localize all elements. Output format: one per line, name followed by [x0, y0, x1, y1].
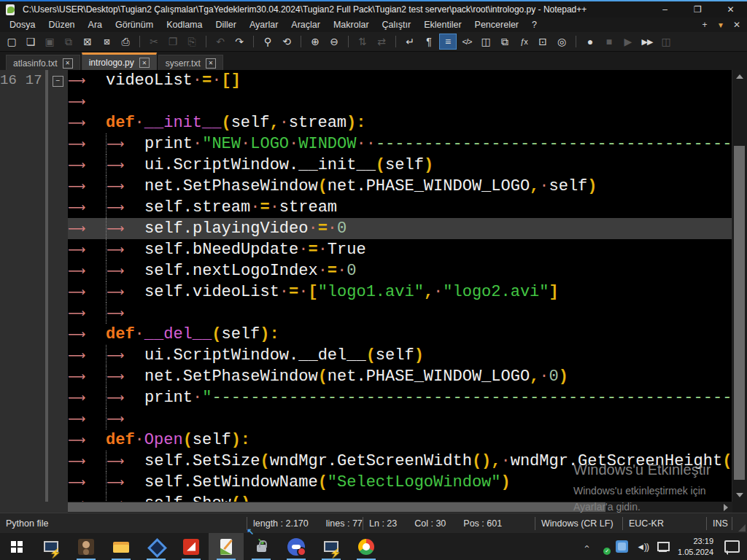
- play-macro-icon[interactable]: ▶: [619, 34, 637, 50]
- code-line-27[interactable]: ⟶⟶: [68, 303, 732, 324]
- horizontal-scrollbar[interactable]: [68, 502, 732, 513]
- menu-araçlar[interactable]: Araçlar: [285, 18, 327, 31]
- save-all-icon[interactable]: ⧉: [60, 34, 77, 50]
- paste-icon[interactable]: ⎘: [183, 34, 201, 50]
- code-line-24[interactable]: ⟶⟶self.bNeedUpdate·=·True: [68, 239, 732, 260]
- menu-çalıştır[interactable]: Çalıştır: [376, 18, 418, 31]
- code-line-25[interactable]: ⟶⟶self.nextLogoIndex·=·0: [68, 260, 732, 281]
- taskbar-remote-desktop[interactable]: [34, 533, 69, 560]
- code-line-36[interactable]: ⟶⟶self.Show(): [68, 493, 732, 502]
- code-line-19[interactable]: ⟶⟶print·"NEW·LOGO·WINDOW··--------------…: [68, 133, 732, 155]
- copy-icon[interactable]: ❐: [164, 34, 182, 50]
- vertical-scrollbar[interactable]: [732, 70, 747, 502]
- defender-shield-icon[interactable]: ✓: [595, 540, 608, 553]
- code-line-35[interactable]: ⟶⟶self.SetWindowName("SelectLogoWindow"): [68, 472, 732, 493]
- menu-makrolar[interactable]: Makrolar: [327, 18, 376, 31]
- menu-ayarlar[interactable]: Ayarlar: [243, 18, 285, 31]
- code-line-33[interactable]: ⟶def·Open(self):: [68, 429, 732, 451]
- status-encoding[interactable]: EUC-KR: [623, 513, 706, 533]
- new-file-icon[interactable]: ▢: [3, 34, 20, 50]
- document-list-icon[interactable]: ⧉: [496, 34, 514, 50]
- run-macro-multiple-icon[interactable]: ▶▶: [638, 34, 656, 50]
- code-line-28[interactable]: ⟶def·__del__(self):: [68, 324, 732, 345]
- sync-horizontal-icon[interactable]: ⇄: [373, 34, 390, 50]
- taskbar-game-character[interactable]: [69, 533, 104, 560]
- menu-diller[interactable]: Diller: [209, 18, 242, 31]
- save-icon[interactable]: ▣: [41, 34, 58, 50]
- taskbar-remote-desktop-2[interactable]: [314, 533, 349, 560]
- menu-kodlama[interactable]: Kodlama: [160, 18, 209, 31]
- menu-pencereler[interactable]: Pencereler: [468, 18, 525, 31]
- taskbar-chrome[interactable]: [349, 533, 384, 560]
- word-wrap-icon[interactable]: ↵: [401, 34, 419, 50]
- code-line-18[interactable]: ⟶def·__init__(self,·stream):: [68, 112, 732, 133]
- menu-görünüm[interactable]: Görünüm: [109, 18, 160, 31]
- menu-?[interactable]: ?: [525, 18, 543, 31]
- taskbar-clock[interactable]: 23:19 1.05.2024: [678, 536, 713, 557]
- code-tags-icon[interactable]: </>: [458, 34, 476, 50]
- code-line-21[interactable]: ⟶⟶net.SetPhaseWindow(net.PHASE_WINDOW_LO…: [68, 176, 732, 197]
- menu-eklentiler[interactable]: Eklentiler: [417, 18, 468, 31]
- tab-syserr.txt[interactable]: syserr.txt✕: [158, 55, 223, 71]
- cut-icon[interactable]: ✂: [145, 34, 163, 50]
- code-line-22[interactable]: ⟶⟶self.stream·=·stream: [68, 197, 732, 218]
- taskbar-file-transfer[interactable]: [244, 533, 279, 560]
- print-icon[interactable]: ⎙: [117, 34, 134, 50]
- code-line-29[interactable]: ⟶⟶ui.ScriptWindow.__del__(self): [68, 345, 732, 366]
- close-tab-icon[interactable]: ✕: [729, 18, 744, 31]
- taskbar-file-explorer[interactable]: [104, 533, 139, 560]
- taskbar-virtualbox[interactable]: [139, 533, 174, 560]
- horizontal-scrollbar-thumb[interactable]: [68, 502, 605, 512]
- zoom-out-icon[interactable]: ⊖: [325, 34, 343, 50]
- save-macro-icon[interactable]: ◫: [657, 34, 675, 50]
- find-icon[interactable]: ⚲: [259, 34, 276, 50]
- volume-icon[interactable]: ◄)): [636, 542, 649, 552]
- new-tab-icon[interactable]: +: [697, 18, 712, 31]
- taskbar-media-app[interactable]: [174, 533, 209, 560]
- open-file-icon[interactable]: ❏: [22, 34, 39, 50]
- code-line-31[interactable]: ⟶⟶print·"-------------------------------…: [68, 387, 732, 408]
- close-all-icon[interactable]: ⊠: [98, 34, 115, 50]
- tab-close-icon[interactable]: ✕: [206, 58, 216, 69]
- maximize-button[interactable]: ❐: [681, 1, 714, 18]
- start-button[interactable]: [0, 533, 34, 560]
- function-list-icon[interactable]: ƒx: [515, 34, 533, 50]
- stop-macro-icon[interactable]: ■: [600, 34, 618, 50]
- scroll-up-icon[interactable]: [732, 71, 746, 82]
- file-monitor-icon[interactable]: ◎: [553, 34, 570, 50]
- action-center-icon[interactable]: [724, 540, 740, 553]
- close-button[interactable]: ✕: [714, 1, 747, 18]
- tab-close-icon[interactable]: ✕: [63, 58, 73, 69]
- code-line-34[interactable]: ⟶⟶self.SetSize(wndMgr.GetScreenWidth(),·…: [68, 451, 732, 472]
- status-insert-mode[interactable]: INS: [707, 513, 732, 533]
- tab-atlasinfo.txt[interactable]: atlasinfo.txt✕: [6, 55, 80, 71]
- ime-tray-icon[interactable]: [616, 540, 628, 553]
- replace-icon[interactable]: ⟲: [278, 34, 295, 50]
- tab-list-dropdown-icon[interactable]: ▼: [713, 18, 728, 31]
- show-paragraph-icon[interactable]: ¶: [420, 34, 438, 50]
- tray-expand-chevron-icon[interactable]: ›: [581, 545, 592, 548]
- editor[interactable]: 1617181920212223242526272829303132333435…: [0, 70, 747, 513]
- document-map-icon[interactable]: ◫: [477, 34, 495, 50]
- vertical-scrollbar-thumb[interactable]: [734, 146, 745, 480]
- code-area[interactable]: ⟶videoList·=·[]⟶⟶def·__init__(self,·stre…: [68, 70, 732, 502]
- close-doc-icon[interactable]: ⊠: [79, 34, 96, 50]
- menu-düzen[interactable]: Düzen: [42, 18, 81, 31]
- menu-ara[interactable]: Ara: [82, 18, 109, 31]
- zoom-in-icon[interactable]: ⊕: [306, 34, 324, 50]
- taskbar-game-launcher[interactable]: [279, 533, 314, 560]
- sync-vertical-icon[interactable]: ⇅: [354, 34, 371, 50]
- scroll-down-icon[interactable]: [732, 489, 746, 501]
- code-line-16[interactable]: ⟶videoList·=·[]: [68, 70, 732, 91]
- tab-close-icon[interactable]: ✕: [139, 58, 150, 68]
- scroll-right-icon[interactable]: [720, 502, 732, 513]
- minimize-button[interactable]: –: [649, 1, 681, 18]
- code-line-23[interactable]: ⟶⟶self.playingVideo·=·0: [68, 218, 732, 239]
- menu-dosya[interactable]: Dosya: [3, 18, 42, 31]
- monitor-icon[interactable]: ⊡: [534, 34, 551, 50]
- undo-icon[interactable]: ↶: [212, 34, 229, 50]
- taskbar-notepadpp[interactable]: [209, 533, 244, 560]
- redo-icon[interactable]: ↷: [231, 34, 248, 50]
- network-icon[interactable]: [657, 541, 670, 552]
- code-line-30[interactable]: ⟶⟶net.SetPhaseWindow(net.PHASE_WINDOW_LO…: [68, 366, 732, 387]
